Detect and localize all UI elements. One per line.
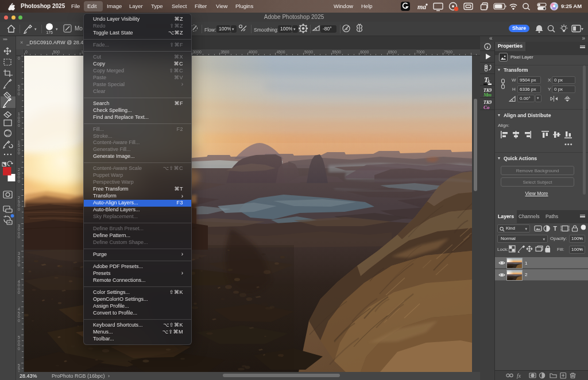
svg-text:Co: Co [483,104,490,110]
svg-text:Mo: Mo [75,25,83,32]
svg-text:T: T [554,225,558,232]
svg-text:mɑ: mɑ [417,3,426,11]
svg-text:m: m [488,92,492,98]
svg-text:175: 175 [46,30,53,34]
svg-text:fx: fx [517,373,521,379]
svg-text:k: k [488,78,490,84]
